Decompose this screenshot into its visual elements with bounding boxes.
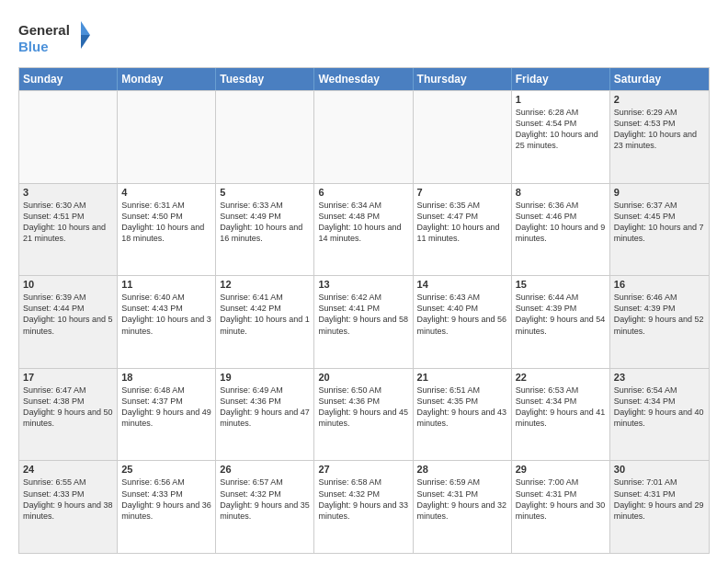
day-number: 25 — [121, 464, 211, 475]
week-row-0: 1Sunrise: 6:28 AM Sunset: 4:54 PM Daylig… — [19, 90, 709, 183]
day-cell-2: 2Sunrise: 6:29 AM Sunset: 4:53 PM Daylig… — [610, 91, 709, 183]
week-row-2: 10Sunrise: 6:39 AM Sunset: 4:44 PM Dayli… — [19, 275, 709, 368]
calendar-day-header: Monday — [118, 68, 216, 90]
day-info: Sunrise: 6:57 AM Sunset: 4:32 PM Dayligh… — [220, 477, 310, 522]
calendar-day-header: Thursday — [414, 68, 512, 90]
week-row-1: 3Sunrise: 6:30 AM Sunset: 4:51 PM Daylig… — [19, 183, 709, 276]
logo-svg: General Blue — [18, 17, 92, 58]
day-info: Sunrise: 6:53 AM Sunset: 4:34 PM Dayligh… — [516, 385, 606, 430]
empty-cell — [414, 91, 512, 183]
day-number: 18 — [121, 372, 211, 383]
day-cell-7: 7Sunrise: 6:35 AM Sunset: 4:47 PM Daylig… — [414, 184, 512, 276]
day-cell-27: 27Sunrise: 6:58 AM Sunset: 4:32 PM Dayli… — [314, 461, 413, 553]
day-info: Sunrise: 6:55 AM Sunset: 4:33 PM Dayligh… — [23, 477, 113, 522]
day-info: Sunrise: 6:34 AM Sunset: 4:48 PM Dayligh… — [318, 200, 408, 245]
day-cell-23: 23Sunrise: 6:54 AM Sunset: 4:34 PM Dayli… — [610, 369, 709, 461]
calendar-day-header: Sunday — [19, 68, 118, 90]
day-info: Sunrise: 6:31 AM Sunset: 4:50 PM Dayligh… — [121, 200, 211, 245]
day-number: 14 — [417, 279, 507, 290]
day-cell-12: 12Sunrise: 6:41 AM Sunset: 4:42 PM Dayli… — [216, 276, 314, 368]
day-info: Sunrise: 6:48 AM Sunset: 4:37 PM Dayligh… — [121, 385, 211, 430]
day-cell-14: 14Sunrise: 6:43 AM Sunset: 4:40 PM Dayli… — [414, 276, 512, 368]
logo: General Blue — [18, 17, 92, 58]
day-number: 7 — [417, 187, 507, 198]
day-number: 5 — [220, 187, 310, 198]
empty-cell — [19, 91, 118, 183]
day-info: Sunrise: 6:33 AM Sunset: 4:49 PM Dayligh… — [220, 200, 310, 245]
calendar-day-header: Friday — [512, 68, 610, 90]
day-info: Sunrise: 7:01 AM Sunset: 4:31 PM Dayligh… — [614, 477, 705, 522]
empty-cell — [118, 91, 216, 183]
day-info: Sunrise: 6:37 AM Sunset: 4:45 PM Dayligh… — [614, 200, 705, 245]
day-number: 22 — [516, 372, 606, 383]
day-cell-18: 18Sunrise: 6:48 AM Sunset: 4:37 PM Dayli… — [118, 369, 216, 461]
day-cell-30: 30Sunrise: 7:01 AM Sunset: 4:31 PM Dayli… — [610, 461, 709, 553]
day-info: Sunrise: 6:44 AM Sunset: 4:39 PM Dayligh… — [516, 292, 606, 337]
calendar-day-header: Wednesday — [314, 68, 413, 90]
day-number: 3 — [23, 187, 113, 198]
empty-cell — [314, 91, 413, 183]
calendar-day-header: Saturday — [610, 68, 709, 90]
day-info: Sunrise: 6:28 AM Sunset: 4:54 PM Dayligh… — [516, 107, 606, 152]
day-info: Sunrise: 6:47 AM Sunset: 4:38 PM Dayligh… — [23, 385, 113, 430]
day-cell-28: 28Sunrise: 6:59 AM Sunset: 4:31 PM Dayli… — [414, 461, 512, 553]
calendar-day-header: Tuesday — [216, 68, 314, 90]
day-info: Sunrise: 6:36 AM Sunset: 4:46 PM Dayligh… — [516, 200, 606, 245]
day-number: 12 — [220, 279, 310, 290]
day-info: Sunrise: 6:51 AM Sunset: 4:35 PM Dayligh… — [417, 385, 507, 430]
day-info: Sunrise: 6:58 AM Sunset: 4:32 PM Dayligh… — [318, 477, 408, 522]
day-cell-9: 9Sunrise: 6:37 AM Sunset: 4:45 PM Daylig… — [610, 184, 709, 276]
day-cell-5: 5Sunrise: 6:33 AM Sunset: 4:49 PM Daylig… — [216, 184, 314, 276]
day-number: 16 — [614, 279, 705, 290]
day-number: 27 — [318, 464, 408, 475]
day-cell-13: 13Sunrise: 6:42 AM Sunset: 4:41 PM Dayli… — [314, 276, 413, 368]
svg-text:Blue: Blue — [18, 39, 49, 54]
day-info: Sunrise: 6:54 AM Sunset: 4:34 PM Dayligh… — [614, 385, 705, 430]
day-cell-1: 1Sunrise: 6:28 AM Sunset: 4:54 PM Daylig… — [512, 91, 610, 183]
header: General Blue — [18, 17, 710, 58]
day-number: 29 — [516, 464, 606, 475]
calendar-body: 1Sunrise: 6:28 AM Sunset: 4:54 PM Daylig… — [19, 90, 709, 553]
day-number: 13 — [318, 279, 408, 290]
day-number: 17 — [23, 372, 113, 383]
day-cell-19: 19Sunrise: 6:49 AM Sunset: 4:36 PM Dayli… — [216, 369, 314, 461]
day-number: 26 — [220, 464, 310, 475]
day-info: Sunrise: 6:49 AM Sunset: 4:36 PM Dayligh… — [220, 385, 310, 430]
day-cell-21: 21Sunrise: 6:51 AM Sunset: 4:35 PM Dayli… — [414, 369, 512, 461]
day-cell-11: 11Sunrise: 6:40 AM Sunset: 4:43 PM Dayli… — [118, 276, 216, 368]
day-info: Sunrise: 6:56 AM Sunset: 4:33 PM Dayligh… — [121, 477, 211, 522]
day-number: 28 — [417, 464, 507, 475]
svg-marker-3 — [81, 35, 90, 49]
day-cell-15: 15Sunrise: 6:44 AM Sunset: 4:39 PM Dayli… — [512, 276, 610, 368]
day-info: Sunrise: 6:46 AM Sunset: 4:39 PM Dayligh… — [614, 292, 705, 337]
day-cell-17: 17Sunrise: 6:47 AM Sunset: 4:38 PM Dayli… — [19, 369, 118, 461]
day-number: 11 — [121, 279, 211, 290]
day-cell-10: 10Sunrise: 6:39 AM Sunset: 4:44 PM Dayli… — [19, 276, 118, 368]
week-row-4: 24Sunrise: 6:55 AM Sunset: 4:33 PM Dayli… — [19, 460, 709, 553]
calendar: SundayMondayTuesdayWednesdayThursdayFrid… — [18, 67, 710, 554]
svg-marker-2 — [81, 21, 90, 35]
day-info: Sunrise: 6:30 AM Sunset: 4:51 PM Dayligh… — [23, 200, 113, 245]
calendar-header: SundayMondayTuesdayWednesdayThursdayFrid… — [19, 68, 709, 90]
day-cell-29: 29Sunrise: 7:00 AM Sunset: 4:31 PM Dayli… — [512, 461, 610, 553]
empty-cell — [216, 91, 314, 183]
day-cell-22: 22Sunrise: 6:53 AM Sunset: 4:34 PM Dayli… — [512, 369, 610, 461]
week-row-3: 17Sunrise: 6:47 AM Sunset: 4:38 PM Dayli… — [19, 368, 709, 461]
day-number: 21 — [417, 372, 507, 383]
day-info: Sunrise: 6:59 AM Sunset: 4:31 PM Dayligh… — [417, 477, 507, 522]
day-number: 19 — [220, 372, 310, 383]
day-info: Sunrise: 6:39 AM Sunset: 4:44 PM Dayligh… — [23, 292, 113, 337]
day-number: 2 — [614, 94, 705, 105]
day-info: Sunrise: 6:42 AM Sunset: 4:41 PM Dayligh… — [318, 292, 408, 337]
day-number: 4 — [121, 187, 211, 198]
day-cell-8: 8Sunrise: 6:36 AM Sunset: 4:46 PM Daylig… — [512, 184, 610, 276]
day-number: 6 — [318, 187, 408, 198]
day-cell-24: 24Sunrise: 6:55 AM Sunset: 4:33 PM Dayli… — [19, 461, 118, 553]
day-info: Sunrise: 6:41 AM Sunset: 4:42 PM Dayligh… — [220, 292, 310, 337]
day-number: 20 — [318, 372, 408, 383]
day-cell-4: 4Sunrise: 6:31 AM Sunset: 4:50 PM Daylig… — [118, 184, 216, 276]
page: General Blue SundayMondayTuesdayWednesda… — [0, 0, 728, 563]
day-number: 24 — [23, 464, 113, 475]
day-info: Sunrise: 6:29 AM Sunset: 4:53 PM Dayligh… — [614, 107, 705, 152]
day-info: Sunrise: 6:43 AM Sunset: 4:40 PM Dayligh… — [417, 292, 507, 337]
